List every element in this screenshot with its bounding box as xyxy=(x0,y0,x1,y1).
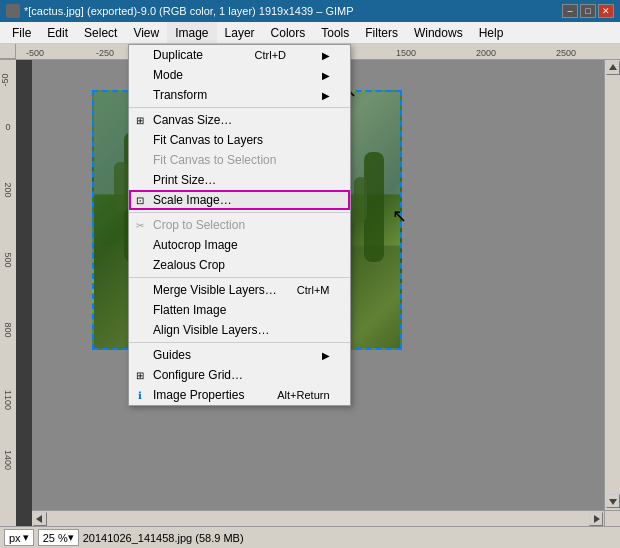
scroll-up-button[interactable] xyxy=(606,61,620,75)
title-bar: *[cactus.jpg] (exported)-9.0 (RGB color,… xyxy=(0,0,620,22)
svg-marker-35 xyxy=(609,499,617,505)
flatten-label: Flatten Image xyxy=(153,303,226,317)
scrollbar-corner xyxy=(604,510,620,526)
zoom-value: 25 % xyxy=(43,532,68,544)
svg-text:-50: -50 xyxy=(0,73,10,86)
image-dropdown-menu: Duplicate Ctrl+D ▶ Mode ▶ Transform ▶ ⊞ … xyxy=(128,44,351,406)
crop-icon: ✂ xyxy=(133,218,147,232)
menu-item-zealous-crop[interactable]: Zealous Crop xyxy=(129,255,350,275)
configure-grid-label: Configure Grid… xyxy=(153,368,243,382)
menu-help[interactable]: Help xyxy=(471,22,512,43)
duplicate-arrow: ▶ xyxy=(322,50,330,61)
print-size-label: Print Size… xyxy=(153,173,216,187)
svg-text:0: 0 xyxy=(5,122,10,132)
title-bar-left: *[cactus.jpg] (exported)-9.0 (RGB color,… xyxy=(6,4,354,18)
svg-text:1500: 1500 xyxy=(396,48,416,58)
ruler-corner xyxy=(0,44,16,59)
menu-item-guides[interactable]: Guides ▶ xyxy=(129,345,350,365)
svg-text:500: 500 xyxy=(3,252,13,267)
menu-item-align-layers[interactable]: Align Visible Layers… xyxy=(129,320,350,340)
menu-edit[interactable]: Edit xyxy=(39,22,76,43)
menu-item-crop-selection: ✂ Crop to Selection xyxy=(129,215,350,235)
transform-arrow: ▶ xyxy=(322,90,330,101)
separator-2 xyxy=(129,212,350,213)
menu-item-fit-canvas-layers[interactable]: Fit Canvas to Layers xyxy=(129,130,350,150)
unit-selector[interactable]: px ▾ xyxy=(4,529,34,546)
status-bar: px ▾ 25 % ▾ 20141026_141458.jpg (58.9 MB… xyxy=(0,526,620,548)
close-button[interactable]: ✕ xyxy=(598,4,614,18)
menu-item-transform[interactable]: Transform ▶ xyxy=(129,85,350,105)
image-properties-label: Image Properties xyxy=(153,388,244,402)
mode-label: Mode xyxy=(153,68,183,82)
menu-item-canvas-size[interactable]: ⊞ Canvas Size… xyxy=(129,110,350,130)
canvas-size-icon: ⊞ xyxy=(133,113,147,127)
svg-text:1100: 1100 xyxy=(3,390,13,410)
transform-label: Transform xyxy=(153,88,207,102)
merge-layers-label: Merge Visible Layers… xyxy=(153,283,277,297)
menu-view[interactable]: View xyxy=(125,22,167,43)
duplicate-shortcut: Ctrl+D xyxy=(255,49,286,61)
menu-colors[interactable]: Colors xyxy=(263,22,314,43)
menu-item-print-size[interactable]: Print Size… xyxy=(129,170,350,190)
svg-marker-37 xyxy=(594,515,600,523)
scroll-down-button[interactable] xyxy=(606,494,620,508)
title-controls: – □ ✕ xyxy=(562,4,614,18)
fit-canvas-layers-label: Fit Canvas to Layers xyxy=(153,133,263,147)
menu-item-duplicate[interactable]: Duplicate Ctrl+D ▶ xyxy=(129,45,350,65)
zealous-crop-label: Zealous Crop xyxy=(153,258,225,272)
unit-arrow: ▾ xyxy=(23,531,29,544)
svg-text:1400: 1400 xyxy=(3,450,13,470)
scrollbar-vertical[interactable] xyxy=(604,60,620,510)
menu-image[interactable]: Image xyxy=(167,22,216,43)
autocrop-label: Autocrop Image xyxy=(153,238,238,252)
align-layers-label: Align Visible Layers… xyxy=(153,323,270,337)
canvas-size-label: Canvas Size… xyxy=(153,113,232,127)
menu-windows[interactable]: Windows xyxy=(406,22,471,43)
svg-rect-30 xyxy=(354,177,367,222)
svg-text:2500: 2500 xyxy=(556,48,576,58)
file-info: 20141026_141458.jpg (58.9 MB) xyxy=(83,532,244,544)
scroll-right-button[interactable] xyxy=(589,512,603,526)
crop-selection-label: Crop to Selection xyxy=(153,218,245,232)
zoom-arrow: ▾ xyxy=(68,531,74,544)
menu-item-image-properties[interactable]: ℹ Image Properties Alt+Return xyxy=(129,385,350,405)
separator-4 xyxy=(129,342,350,343)
svg-text:200: 200 xyxy=(3,182,13,197)
zoom-selector[interactable]: 25 % ▾ xyxy=(38,529,79,546)
menu-layer[interactable]: Layer xyxy=(217,22,263,43)
menu-item-configure-grid[interactable]: ⊞ Configure Grid… xyxy=(129,365,350,385)
scale-image-icon: ⊡ xyxy=(133,193,147,207)
image-properties-shortcut: Alt+Return xyxy=(277,389,329,401)
info-icon: ℹ xyxy=(133,388,147,402)
menu-bar: File Edit Select View Image Layer Colors… xyxy=(0,22,620,44)
scrollbar-horizontal[interactable] xyxy=(32,510,604,526)
menu-item-scale-image[interactable]: ⊡ Scale Image… xyxy=(129,190,350,210)
menu-filters[interactable]: Filters xyxy=(357,22,406,43)
separator-1 xyxy=(129,107,350,108)
window-title: *[cactus.jpg] (exported)-9.0 (RGB color,… xyxy=(24,5,354,17)
menu-tools[interactable]: Tools xyxy=(313,22,357,43)
menu-item-merge-layers[interactable]: Merge Visible Layers… Ctrl+M xyxy=(129,280,350,300)
gimp-icon xyxy=(6,4,20,18)
svg-text:800: 800 xyxy=(3,322,13,337)
duplicate-label: Duplicate xyxy=(153,48,203,62)
scroll-left-button[interactable] xyxy=(33,512,47,526)
menu-item-mode[interactable]: Mode ▶ xyxy=(129,65,350,85)
svg-text:-500: -500 xyxy=(26,48,44,58)
menu-item-autocrop[interactable]: Autocrop Image xyxy=(129,235,350,255)
svg-text:-250: -250 xyxy=(96,48,114,58)
mode-arrow: ▶ xyxy=(322,70,330,81)
menu-item-fit-canvas-selection: Fit Canvas to Selection xyxy=(129,150,350,170)
menu-item-flatten[interactable]: Flatten Image xyxy=(129,300,350,320)
svg-text:2000: 2000 xyxy=(476,48,496,58)
separator-3 xyxy=(129,277,350,278)
unit-value: px xyxy=(9,532,21,544)
svg-rect-20 xyxy=(114,162,128,212)
svg-marker-36 xyxy=(36,515,42,523)
menu-file[interactable]: File xyxy=(4,22,39,43)
menu-select[interactable]: Select xyxy=(76,22,125,43)
scale-image-label: Scale Image… xyxy=(153,193,232,207)
maximize-button[interactable]: □ xyxy=(580,4,596,18)
svg-marker-34 xyxy=(609,64,617,70)
minimize-button[interactable]: – xyxy=(562,4,578,18)
